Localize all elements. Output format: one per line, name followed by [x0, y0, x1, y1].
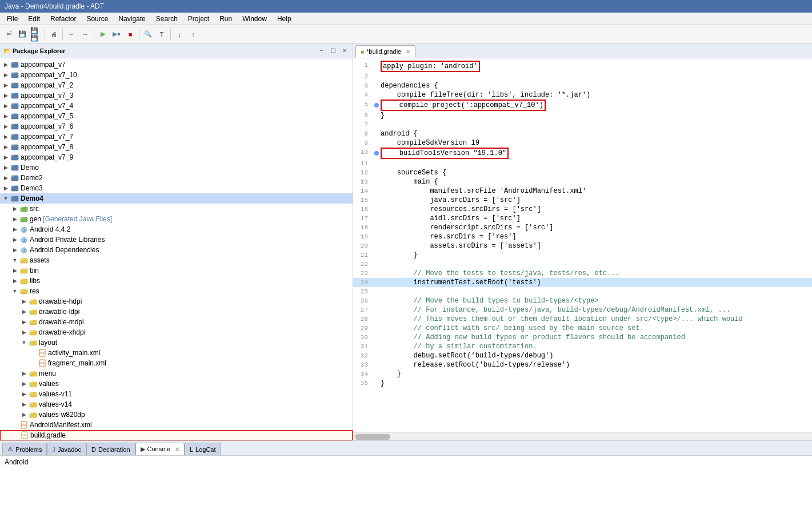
tree-toggle-res[interactable]: ▼	[11, 288, 18, 295]
tree-item-appcompat_v7_5[interactable]: ▶appcompat_v7_5	[0, 111, 353, 121]
tree-toggle-assets[interactable]: ▼	[11, 257, 18, 264]
tree-toggle-AndroidManifest[interactable]	[11, 421, 18, 428]
menu-refactor[interactable]: Refactor	[46, 14, 81, 24]
menu-edit[interactable]: Edit	[23, 14, 45, 24]
menu-file[interactable]: File	[2, 14, 22, 24]
tree-toggle-appcompat_v7_3[interactable]: ▶	[2, 92, 9, 99]
tree-toggle-androidPrivate[interactable]: ▶	[11, 236, 18, 243]
tree-toggle-values[interactable]: ▶	[21, 380, 27, 387]
tree-toggle-menu[interactable]: ▶	[21, 370, 27, 377]
tree-toggle-drawable-xhdpi[interactable]: ▶	[21, 329, 27, 336]
tree-toggle-androidDep[interactable]: ▶	[11, 246, 18, 253]
panel-maximize-btn[interactable]: ☐	[329, 46, 338, 55]
tree-toggle-values-v11[interactable]: ▶	[21, 391, 27, 397]
tree-toggle-Demo2[interactable]: ▶	[2, 174, 9, 181]
tree-item-activity_main[interactable]: XMLactivity_main.xml	[0, 348, 353, 358]
tree-toggle-layout[interactable]: ▼	[21, 339, 27, 346]
tab-javadoc[interactable]: J Javadoc	[47, 443, 86, 455]
toolbar-debug[interactable]: ▶●	[110, 28, 123, 41]
tree-item-appcompat_v7_2[interactable]: ▶appcompat_v7_2	[0, 80, 353, 90]
tree-toggle-appcompat_v7_8[interactable]: ▶	[2, 144, 9, 150]
toolbar-prev-annotation[interactable]: ↑	[187, 28, 199, 41]
tree-item-drawable-hdpi[interactable]: ▶drawable-hdpi	[0, 296, 353, 307]
tree-toggle-appcompat_v7_7[interactable]: ▶	[2, 133, 9, 140]
tree-item-Demo[interactable]: ▶Demo	[0, 162, 353, 173]
tree-item-gen[interactable]: ▶gen [Generated Java Files]	[0, 214, 353, 224]
menu-help[interactable]: Help	[273, 14, 296, 24]
tree-item-assets[interactable]: ▼assets	[0, 255, 353, 265]
tree-toggle-Demo4[interactable]: ▼	[2, 195, 9, 202]
tree-item-Demo4[interactable]: ▼Demo4	[0, 193, 353, 204]
tree-item-appcompat_v7_7[interactable]: ▶appcompat_v7_7	[0, 132, 353, 142]
tree-item-android442[interactable]: ▶JAndroid 4.4.2	[0, 224, 353, 234]
tree-item-appcompat_v7_6[interactable]: ▶appcompat_v7_6	[0, 121, 353, 132]
menu-run[interactable]: Run	[215, 14, 237, 24]
tree-item-appcompat_v7_10[interactable]: ▶appcompat_v7_10	[0, 70, 353, 80]
tree-toggle-appcompat_v7_2[interactable]: ▶	[2, 82, 9, 89]
toolbar-run[interactable]: ▶	[97, 28, 109, 41]
tab-declaration[interactable]: D Declaration	[86, 443, 135, 455]
tree-toggle-Demo[interactable]: ▶	[2, 164, 9, 171]
tree-toggle-appcompat_v7[interactable]: ▶	[2, 61, 9, 68]
tab-logcat[interactable]: L LogCat	[185, 443, 221, 455]
tree-item-res[interactable]: ▼res	[0, 286, 353, 296]
tree-item-AndroidManifest[interactable]: XMLAndroidManifest.xml	[0, 420, 353, 430]
tree-item-values-v14[interactable]: ▶values-v14	[0, 399, 353, 409]
toolbar-back[interactable]: ←	[65, 28, 78, 41]
tree-item-values-w820dp[interactable]: ▶values-w820dp	[0, 409, 353, 420]
tree-item-build_gradle[interactable]: GDLbuild.gradle	[0, 430, 353, 440]
panel-close-btn[interactable]: ✕	[340, 46, 349, 55]
tree-toggle-android442[interactable]: ▶	[11, 226, 18, 233]
panel-minimize-btn[interactable]: −	[317, 46, 326, 55]
tree-toggle-libs[interactable]: ▶	[11, 277, 18, 284]
tree-item-layout[interactable]: ▼layout	[0, 337, 353, 348]
tree-item-fragment_main[interactable]: XMLfragment_main.xml	[0, 358, 353, 368]
tree-item-appcompat_v7_8[interactable]: ▶appcompat_v7_8	[0, 142, 353, 152]
toolbar-forward[interactable]: →	[79, 28, 91, 41]
tree-item-menu[interactable]: ▶menu	[0, 368, 353, 379]
tree-item-libs[interactable]: ▶libs	[0, 276, 353, 286]
tree-item-Demo3[interactable]: ▶Demo3	[0, 183, 353, 193]
tree-item-drawable-xhdpi[interactable]: ▶drawable-xhdpi	[0, 327, 353, 337]
toolbar-next-annotation[interactable]: ↓	[173, 28, 186, 41]
tree-toggle-appcompat_v7_5[interactable]: ▶	[2, 113, 9, 120]
tree-item-Demo2[interactable]: ▶Demo2	[0, 173, 353, 183]
tree-item-appcompat_v7_3[interactable]: ▶appcompat_v7_3	[0, 90, 353, 101]
toolbar-save[interactable]: 💾	[16, 28, 29, 41]
toolbar-new[interactable]: ⏎	[2, 28, 15, 41]
toolbar-open-type[interactable]: T	[155, 28, 168, 41]
tree-toggle-activity_main[interactable]	[30, 349, 37, 356]
tree-item-appcompat_v7_4[interactable]: ▶appcompat_v7_4	[0, 101, 353, 111]
tab-console[interactable]: ▶ Console ✕	[135, 443, 185, 455]
tree-toggle-src[interactable]: ▶	[11, 205, 18, 212]
tree-toggle-gen[interactable]: ▶	[11, 216, 18, 222]
tree-toggle-appcompat_v7_9[interactable]: ▶	[2, 154, 9, 161]
tree-toggle-appcompat_v7_10[interactable]: ▶	[2, 71, 9, 78]
tree-item-androidPrivate[interactable]: ▶JAndroid Private Libraries	[0, 234, 353, 245]
tree-toggle-fragment_main[interactable]	[30, 360, 37, 367]
tree-item-androidDep[interactable]: ▶JAndroid Dependencies	[0, 245, 353, 255]
tree-toggle-appcompat_v7_6[interactable]: ▶	[2, 123, 9, 130]
tree-item-drawable-mdpi[interactable]: ▶drawable-mdpi	[0, 317, 353, 327]
tree-toggle-drawable-hdpi[interactable]: ▶	[21, 298, 27, 305]
tree-item-values-v11[interactable]: ▶values-v11	[0, 389, 353, 399]
code-editor[interactable]: 1apply plugin: 'android'2 3dependencies …	[353, 58, 812, 432]
tree-toggle-Demo3[interactable]: ▶	[2, 185, 9, 192]
tree-item-drawable-ldpi[interactable]: ▶drawable-ldpi	[0, 307, 353, 317]
toolbar-search[interactable]: 🔍	[142, 28, 154, 41]
tree-toggle-drawable-ldpi[interactable]: ▶	[21, 308, 27, 315]
tree-toggle-appcompat_v7_4[interactable]: ▶	[2, 102, 9, 109]
tree-toggle-drawable-mdpi[interactable]: ▶	[21, 319, 27, 325]
menu-project[interactable]: Project	[183, 14, 214, 24]
tree-toggle-values-w820dp[interactable]: ▶	[21, 411, 27, 418]
menu-window[interactable]: Window	[238, 14, 271, 24]
tree-item-appcompat_v7[interactable]: ▶appcompat_v7	[0, 59, 353, 70]
tree-toggle-build_gradle[interactable]	[12, 432, 19, 439]
tree-item-values[interactable]: ▶values	[0, 379, 353, 389]
editor-horizontal-scrollbar[interactable]	[353, 432, 812, 440]
tree-toggle-bin[interactable]: ▶	[11, 267, 18, 274]
console-tab-close[interactable]: ✕	[175, 446, 179, 452]
tab-problems[interactable]: ⚠ Problems	[2, 443, 47, 455]
tree-item-appcompat_v7_9[interactable]: ▶appcompat_v7_9	[0, 152, 353, 162]
toolbar-stop[interactable]: ■	[124, 28, 137, 41]
